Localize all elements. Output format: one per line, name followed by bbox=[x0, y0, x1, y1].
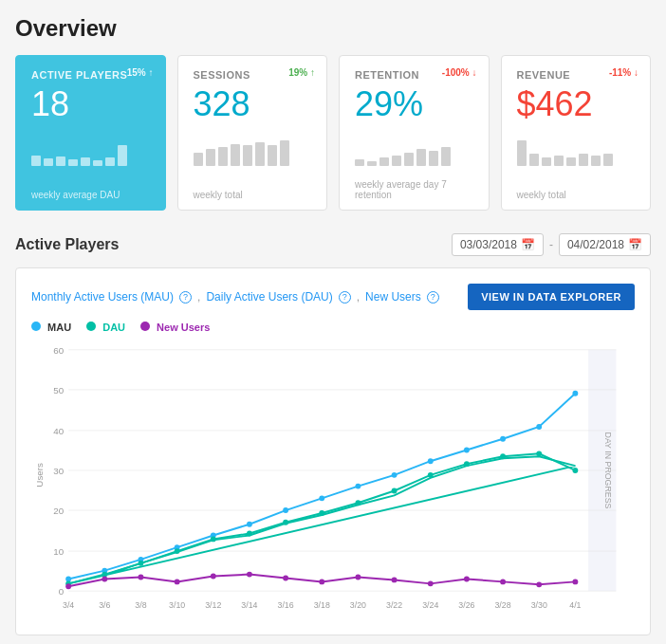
svg-point-29 bbox=[464, 448, 470, 453]
svg-point-50 bbox=[139, 575, 144, 580]
svg-point-46 bbox=[536, 451, 542, 456]
dau-legend-item: DAU bbox=[86, 322, 125, 333]
svg-point-38 bbox=[247, 531, 252, 537]
svg-point-30 bbox=[500, 436, 506, 442]
svg-text:3/6: 3/6 bbox=[99, 600, 110, 610]
svg-point-37 bbox=[211, 536, 216, 542]
svg-point-41 bbox=[355, 500, 361, 506]
svg-point-23 bbox=[247, 522, 252, 527]
revenue-card: REVENUE -11% ↓ $462 weekly total bbox=[501, 55, 652, 211]
mau-legend-item: MAU bbox=[31, 322, 71, 333]
svg-text:3/28: 3/28 bbox=[494, 600, 510, 610]
svg-point-26 bbox=[355, 484, 361, 489]
svg-point-61 bbox=[536, 581, 542, 587]
date-separator: - bbox=[549, 238, 553, 251]
svg-text:3/24: 3/24 bbox=[422, 600, 438, 610]
svg-point-36 bbox=[175, 548, 180, 554]
mau-info-icon[interactable]: ? bbox=[179, 291, 192, 304]
svg-text:3/16: 3/16 bbox=[278, 600, 294, 610]
svg-text:20: 20 bbox=[53, 506, 64, 516]
svg-point-42 bbox=[392, 488, 398, 494]
svg-text:3/10: 3/10 bbox=[169, 600, 185, 610]
svg-text:3/14: 3/14 bbox=[241, 600, 257, 610]
retention-card: RETENTION -100% ↓ 29% weekly average day… bbox=[339, 55, 490, 211]
revenue-badge: -11% ↓ bbox=[609, 67, 638, 78]
active-players-sub: weekly average DAU bbox=[31, 182, 150, 200]
new-legend-item: New Users bbox=[140, 322, 210, 333]
svg-text:3/30: 3/30 bbox=[531, 600, 547, 610]
new-info-icon[interactable]: ? bbox=[427, 291, 439, 304]
svg-text:3/26: 3/26 bbox=[458, 600, 474, 610]
svg-text:0: 0 bbox=[59, 586, 65, 597]
svg-point-31 bbox=[536, 424, 542, 430]
svg-point-43 bbox=[428, 472, 434, 478]
calendar-icon: 📅 bbox=[521, 238, 535, 251]
svg-text:3/22: 3/22 bbox=[386, 600, 402, 610]
new-legend-link[interactable]: New Users bbox=[365, 290, 421, 304]
svg-point-32 bbox=[572, 391, 578, 396]
chart-panel: Monthly Active Users (MAU) ? , Daily Act… bbox=[15, 267, 651, 635]
page-title: Overview bbox=[15, 15, 651, 42]
chart-legend-row: Monthly Active Users (MAU) ? , Daily Act… bbox=[31, 284, 635, 310]
revenue-chart bbox=[517, 132, 636, 166]
svg-text:3/20: 3/20 bbox=[350, 600, 366, 610]
retention-chart bbox=[355, 132, 473, 166]
svg-point-56 bbox=[355, 575, 361, 580]
active-players-chart bbox=[31, 132, 150, 166]
svg-point-48 bbox=[65, 583, 71, 589]
active-players-section-header: Active Players 03/03/2018 📅 - 04/02/2018… bbox=[15, 233, 651, 256]
svg-point-54 bbox=[283, 576, 288, 581]
svg-text:3/8: 3/8 bbox=[135, 600, 146, 610]
date-to[interactable]: 04/02/2018 📅 bbox=[559, 233, 651, 256]
active-players-section-title: Active Players bbox=[15, 236, 119, 253]
svg-point-25 bbox=[319, 495, 324, 501]
svg-text:4/1: 4/1 bbox=[569, 600, 581, 610]
active-players-badge: 15% ↑ bbox=[127, 67, 154, 78]
retention-value: 29% bbox=[355, 84, 473, 124]
retention-sub: weekly average day 7 retention bbox=[355, 172, 473, 200]
mau-legend-link[interactable]: Monthly Active Users (MAU) bbox=[31, 290, 174, 304]
svg-text:Users: Users bbox=[34, 463, 45, 488]
dau-legend-link[interactable]: Daily Active Users (DAU) bbox=[206, 290, 332, 304]
revenue-sub: weekly total bbox=[517, 182, 636, 200]
svg-point-53 bbox=[247, 572, 252, 578]
sessions-chart bbox=[194, 132, 312, 166]
active-players-card: ACTIVE PLAYERS 15% ↑ 18 weekly average D… bbox=[15, 55, 166, 211]
svg-point-40 bbox=[319, 510, 324, 516]
svg-point-51 bbox=[175, 579, 180, 584]
active-players-value: 18 bbox=[31, 84, 150, 124]
svg-point-58 bbox=[428, 580, 434, 586]
svg-point-35 bbox=[139, 561, 144, 566]
svg-text:3/4: 3/4 bbox=[63, 600, 74, 610]
retention-badge: -100% ↓ bbox=[442, 67, 477, 78]
sessions-sub: weekly total bbox=[194, 182, 312, 200]
svg-text:40: 40 bbox=[53, 426, 64, 436]
svg-point-47 bbox=[572, 468, 578, 473]
svg-text:3/12: 3/12 bbox=[205, 600, 221, 610]
svg-point-60 bbox=[500, 579, 506, 584]
svg-point-59 bbox=[464, 577, 470, 582]
svg-point-24 bbox=[283, 507, 288, 513]
svg-point-44 bbox=[464, 461, 470, 467]
sessions-badge: 19% ↑ bbox=[288, 67, 315, 78]
main-chart-svg: DAY IN PROGRESS 60 50 40 30 20 10 0 User… bbox=[31, 340, 635, 619]
view-in-explorer-button[interactable]: VIEW IN DATA EXPLORER bbox=[468, 284, 635, 310]
svg-text:3/18: 3/18 bbox=[314, 600, 330, 610]
chart-container: DAY IN PROGRESS 60 50 40 30 20 10 0 User… bbox=[31, 340, 635, 619]
sessions-card: SESSIONS 19% ↑ 328 weekly total bbox=[177, 55, 328, 211]
svg-point-45 bbox=[500, 453, 506, 459]
svg-point-27 bbox=[392, 472, 398, 478]
sessions-value: 328 bbox=[194, 84, 312, 124]
stats-row: ACTIVE PLAYERS 15% ↑ 18 weekly average D… bbox=[15, 55, 651, 211]
svg-text:50: 50 bbox=[53, 385, 64, 396]
svg-text:60: 60 bbox=[53, 345, 64, 356]
svg-point-57 bbox=[392, 578, 398, 583]
chart-legend-left: Monthly Active Users (MAU) ? , Daily Act… bbox=[31, 290, 439, 304]
svg-point-52 bbox=[211, 574, 216, 580]
svg-text:30: 30 bbox=[53, 466, 64, 476]
dau-info-icon[interactable]: ? bbox=[339, 291, 351, 304]
svg-text:10: 10 bbox=[53, 546, 64, 557]
date-from[interactable]: 03/03/2018 📅 bbox=[452, 233, 544, 256]
svg-point-55 bbox=[319, 579, 324, 584]
svg-point-49 bbox=[102, 577, 107, 582]
